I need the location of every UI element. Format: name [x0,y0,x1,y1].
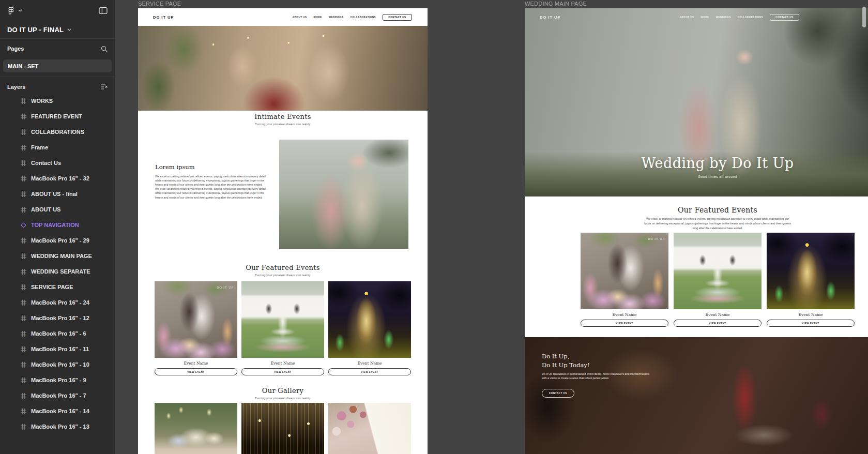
figma-menu-icon[interactable] [7,6,15,14]
wedding-featured-title: Our Featured Events [525,206,868,214]
layer-name: MacBook Pro 16" - 9 [31,377,86,383]
layer-item-featured-event[interactable]: FEATURED EVENT [0,109,115,124]
view-event-button[interactable]: VIEW EVENT [674,320,762,327]
layer-item-macbook-pro-16-12[interactable]: MacBook Pro 16" - 12 [0,310,115,326]
layer-item-wedding-separate[interactable]: WEDDING SEPARATE [0,264,115,279]
frame-icon [21,114,26,119]
layer-item-collaborations[interactable]: COLLABORATIONS [0,124,115,140]
nav-link-about-us[interactable]: ABOUT US [680,16,694,19]
layer-item-top-navigation[interactable]: TOP NAVIGATION [0,217,115,233]
wedding-main-page-frame[interactable]: DO IT UP ABOUT USWORKWEDDINGSCOLLABORATI… [525,8,868,454]
frame-icon [21,362,26,368]
photo-watermark: DO IT UP [217,286,234,289]
search-icon[interactable] [101,46,108,52]
view-event-button[interactable]: VIEW EVENT [767,320,855,327]
layer-name: SERVICE PAGE [31,284,73,290]
view-event-button[interactable]: VIEW EVENT [581,320,668,327]
layer-item-macbook-pro-16-10[interactable]: MacBook Pro 16" - 10 [0,357,115,372]
layer-name: MacBook Pro 16" - 32 [31,175,89,181]
frame-icon [21,393,26,399]
frame-icon [21,98,26,104]
frame-icon [21,253,26,259]
cta-title-line1: Do It Up, [542,353,569,360]
layer-item-service-page[interactable]: SERVICE PAGE [0,279,115,295]
chevron-down-icon[interactable] [18,9,22,12]
event-name-label: Event Name [328,361,411,366]
layer-name: MacBook Pro 16" - 24 [31,299,89,306]
layer-name: MacBook Pro 16" - 6 [31,330,86,337]
site-logo[interactable]: DO IT UP [540,15,561,20]
frame-label-service-page[interactable]: SERVICE PAGE [138,1,181,7]
nav-link-weddings[interactable]: WEDDINGS [329,16,344,19]
layer-item-macbook-pro-16-7[interactable]: MacBook Pro 16" - 7 [0,388,115,403]
layer-name: WEDDING MAIN PAGE [31,253,92,259]
event-card: Event NameVIEW EVENT [328,281,411,375]
frame-icon [21,408,26,414]
nav-contact-us-button[interactable]: CONTACT US [383,14,412,21]
layer-item-macbook-pro-16-13[interactable]: MacBook Pro 16" - 13 [0,419,115,434]
nav-link-collaborations[interactable]: COLLABORATIONS [738,16,763,19]
frame-icon [21,269,26,275]
nav-link-about-us[interactable]: ABOUT US [293,16,307,19]
design-canvas[interactable]: SERVICE PAGE DO IT UP ABOUT USWORKWEDDIN… [115,0,868,454]
layer-name: MacBook Pro 16" - 29 [31,237,89,244]
layer-item-works[interactable]: WORKS [0,97,115,109]
nav-link-work[interactable]: WORK [701,16,709,19]
nav-link-collaborations[interactable]: COLLABORATIONS [351,16,376,19]
view-event-button[interactable]: VIEW EVENT [328,368,411,375]
layer-name: MacBook Pro 16" - 10 [31,361,89,368]
frame-icon [21,346,26,352]
service-page-frame[interactable]: DO IT UP ABOUT USWORKWEDDINGSCOLLABORATI… [138,8,428,454]
file-name: DO IT UP - FINAL [7,26,64,34]
hanging-candles-floral-table-photo [155,403,237,454]
page-item-main-set[interactable]: MAIN - SET [3,59,112,72]
christmas-tree-lights-photo [328,281,411,358]
layer-item-about-us-final[interactable]: ABOUT US - final [0,186,115,202]
layer-item-macbook-pro-16-24[interactable]: MacBook Pro 16" - 24 [0,295,115,310]
view-event-button[interactable]: VIEW EVENT [155,368,237,375]
nav-link-weddings[interactable]: WEDDINGS [716,16,731,19]
nav-contact-us-button[interactable]: CONTACT US [770,14,799,21]
frame-icon [21,160,26,166]
contact-us-button[interactable]: CONTACT US [542,389,574,398]
file-name-dropdown[interactable]: DO IT UP - FINAL [0,21,115,38]
layer-name: FEATURED EVENT [31,113,82,119]
couple-floral-table-photo: DO IT UP [581,233,668,309]
layer-item-macbook-pro-16-29[interactable]: MacBook Pro 16" - 29 [0,233,115,248]
featured-events-subtitle: Turning your pinterest dream into realit… [138,274,428,277]
frame-label-wedding-main-page[interactable]: WEDDING MAIN PAGE [525,1,587,7]
intimate-events-title: Intimate Events [138,113,428,120]
frame-icon [21,176,26,181]
layer-name: MacBook Pro 16" - 14 [31,408,89,414]
layer-item-macbook-pro-16-6[interactable]: MacBook Pro 16" - 6 [0,326,115,341]
layer-name: COLLABORATIONS [31,129,84,135]
layer-item-about-us[interactable]: ABOUT US [0,202,115,217]
lorem-ipsum-block: Lorem ipsum We excel at crafting relaxed… [155,163,266,200]
layer-item-contact-us[interactable]: Contact Us [0,155,115,171]
featured-events-title: Our Featured Events [138,264,428,271]
event-card: Event NameVIEW EVENT [241,281,324,375]
layer-name: TOP NAVIGATION [31,222,79,228]
layer-item-macbook-pro-16-14[interactable]: MacBook Pro 16" - 14 [0,403,115,419]
gallery-title: Our Gallery [138,387,428,395]
event-card: DO IT UPEvent NameVIEW EVENT [581,233,668,327]
toggle-sidebar-icon[interactable] [99,7,108,14]
nav-link-work[interactable]: WORK [313,16,322,19]
wedding-top-navigation: DO IT UP ABOUT USWORKWEDDINGSCOLLABORATI… [525,8,868,26]
collapse-layers-icon[interactable] [100,84,108,90]
layer-item-wedding-main-page[interactable]: WEDDING MAIN PAGE [0,248,115,264]
layer-item-macbook-pro-16-9[interactable]: MacBook Pro 16" - 9 [0,372,115,388]
canvas-scrollbar[interactable] [862,7,866,27]
layer-item-macbook-pro-16-11[interactable]: MacBook Pro 16" - 11 [0,341,115,357]
frame-icon [21,145,26,150]
event-card: Event NameVIEW EVENT [674,233,762,327]
christmas-tree-lights-photo [767,233,855,309]
layer-item-frame[interactable]: Frame [0,140,115,155]
figma-app: DO IT UP - FINAL Pages MAIN - SET Layers [0,0,868,454]
site-logo[interactable]: DO IT UP [153,15,174,20]
wedding-cta-section: Do It Up, Do It Up Today! Do It Up speci… [525,337,868,454]
view-event-button[interactable]: VIEW EVENT [241,368,324,375]
gallery-subtitle: Turning your pinterest dream into realit… [138,397,428,400]
layer-item-macbook-pro-16-32[interactable]: MacBook Pro 16" - 32 [0,171,115,186]
gold-string-lights-photo [241,403,324,454]
